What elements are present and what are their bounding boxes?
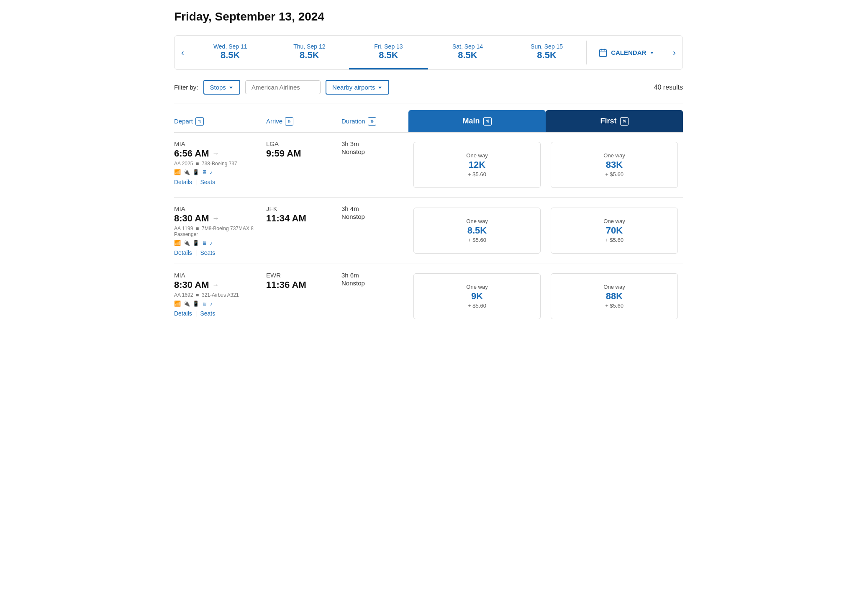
arrive-time-1: 11:34 AM: [266, 213, 341, 224]
main-price-card-1[interactable]: One way 8.5K + $5.60: [413, 208, 541, 254]
flight-number-1: AA 1199 ■ 7M8-Boeing 737MAX 8 Passenger: [174, 226, 266, 237]
plug-icon-0: 🔌: [183, 169, 190, 175]
date-points-0: 8.5K: [221, 50, 240, 61]
arrive-airport-2: EWR: [266, 272, 341, 279]
flight-row-0: MIA 6:56 AM → AA 2025 ■ 738-Boeing 737 📶…: [174, 132, 683, 197]
date-next-button[interactable]: ›: [666, 36, 683, 69]
date-label-2: Fri, Sep 13: [374, 43, 403, 50]
date-label-3: Sat, Sep 14: [452, 43, 483, 50]
first-price-card-1[interactable]: One way 70K + $5.60: [551, 208, 678, 254]
results-count: 40 results: [654, 84, 683, 91]
main-class-header[interactable]: Main ⇅: [408, 110, 546, 132]
first-price-cash-2: + $5.60: [605, 303, 624, 309]
flight-depart-0: MIA 6:56 AM → AA 2025 ■ 738-Boeing 737 📶…: [174, 140, 266, 190]
airports-filter-button[interactable]: Nearby airports: [326, 80, 390, 95]
first-price-col-0: One way 83K + $5.60: [546, 140, 683, 190]
flight-actions-2: Details | Seats: [174, 310, 266, 317]
duration-col-label: Duration: [341, 118, 365, 125]
date-points-2: 8.5K: [379, 50, 398, 61]
details-link-2[interactable]: Details: [174, 310, 192, 317]
first-sort-icon: ⇅: [620, 117, 629, 126]
seats-link-2[interactable]: Seats: [200, 310, 215, 317]
depart-time-2: 8:30 AM →: [174, 280, 266, 290]
main-price-way-1: One way: [466, 218, 488, 224]
airline-filter-input[interactable]: [245, 80, 321, 94]
flight-arrive-0: LGA 9:59 AM: [266, 140, 341, 190]
date-item-2[interactable]: Fri, Sep 13 8.5K: [349, 36, 428, 69]
stops-chevron-icon: [228, 85, 233, 90]
flight-actions-0: Details | Seats: [174, 179, 266, 185]
date-selector: ‹ Wed, Sep 11 8.5K Thu, Sep 12 8.5K Fri,…: [174, 35, 683, 70]
amenities-0: 📶 🔌 📱 🖥 ♪: [174, 169, 266, 175]
date-points-3: 8.5K: [458, 50, 477, 61]
depart-col-label: Depart: [174, 118, 193, 125]
details-link-1[interactable]: Details: [174, 249, 192, 256]
seats-link-1[interactable]: Seats: [200, 249, 215, 256]
date-label-1: Thu, Sep 12: [293, 43, 325, 50]
column-headers: Depart ⇅ Arrive ⇅ Duration ⇅ Main ⇅ Firs: [174, 110, 683, 132]
first-price-points-2: 88K: [606, 291, 623, 302]
first-price-col-2: One way 88K + $5.60: [546, 272, 683, 321]
main-price-card-0[interactable]: One way 12K + $5.60: [413, 142, 541, 188]
details-link-0[interactable]: Details: [174, 179, 192, 185]
stops-filter-button[interactable]: Stops: [203, 80, 240, 95]
main-price-points-1: 8.5K: [467, 225, 487, 236]
main-sort-link[interactable]: Main: [462, 117, 480, 126]
arrive-sort-icon: ⇅: [285, 117, 293, 126]
first-price-col-1: One way 70K + $5.60: [546, 205, 683, 256]
main-price-cash-0: + $5.60: [468, 171, 486, 177]
main-price-way-2: One way: [466, 284, 488, 290]
date-prev-button[interactable]: ‹: [174, 36, 191, 69]
seats-link-0[interactable]: Seats: [200, 179, 215, 185]
date-label-0: Wed, Sep 11: [213, 43, 247, 50]
filter-label: Filter by:: [174, 84, 198, 91]
duration-time-0: 3h 3m: [341, 140, 408, 147]
svg-marker-6: [378, 87, 382, 89]
flight-row-2: MIA 8:30 AM → AA 1692 ■ 321-Airbus A321 …: [174, 264, 683, 329]
first-price-card-0[interactable]: One way 83K + $5.60: [551, 142, 678, 188]
date-items: Wed, Sep 11 8.5K Thu, Sep 12 8.5K Fri, S…: [191, 36, 586, 69]
wifi-icon-2: 📶: [174, 300, 181, 307]
main-price-col-1: One way 8.5K + $5.60: [408, 205, 546, 256]
duration-stops-0: Nonstop: [341, 148, 408, 155]
date-item-3[interactable]: Sat, Sep 14 8.5K: [428, 36, 507, 69]
phone-icon-0: 📱: [192, 169, 199, 175]
duration-sort-button[interactable]: Duration ⇅: [341, 117, 408, 126]
arrow-icon-1: →: [213, 215, 219, 222]
filter-bar: Filter by: Stops Nearby airports 40 resu…: [174, 80, 683, 95]
main-price-cash-1: + $5.60: [468, 237, 486, 243]
calendar-button[interactable]: CALENDAR: [587, 36, 666, 69]
arrive-airport-0: LGA: [266, 140, 341, 147]
first-price-points-0: 83K: [606, 159, 623, 170]
duration-time-2: 3h 6m: [341, 272, 408, 279]
date-item-1[interactable]: Thu, Sep 12 8.5K: [270, 36, 349, 69]
first-price-card-2[interactable]: One way 88K + $5.60: [551, 273, 678, 319]
date-item-0[interactable]: Wed, Sep 11 8.5K: [191, 36, 270, 69]
depart-sort-button[interactable]: Depart ⇅: [174, 117, 266, 126]
flight-arrive-1: JFK 11:34 AM: [266, 205, 341, 256]
calendar-chevron-icon: [649, 50, 654, 55]
duration-sort-icon: ⇅: [368, 117, 376, 126]
arrive-col-label: Arrive: [266, 118, 282, 125]
phone-icon-1: 📱: [192, 240, 199, 246]
date-points-1: 8.5K: [300, 50, 319, 61]
filter-divider: [174, 103, 683, 103]
flight-depart-1: MIA 8:30 AM → AA 1199 ■ 7M8-Boeing 737MA…: [174, 205, 266, 256]
date-item-4[interactable]: Sun, Sep 15 8.5K: [507, 36, 586, 69]
first-price-way-0: One way: [603, 152, 625, 159]
first-sort-link[interactable]: First: [600, 117, 616, 126]
main-price-cash-2: + $5.60: [468, 303, 486, 309]
flight-arrive-2: EWR 11:36 AM: [266, 272, 341, 321]
depart-col-header: Depart ⇅: [174, 117, 266, 126]
duration-col-header: Duration ⇅: [341, 117, 408, 126]
main-price-way-0: One way: [466, 152, 488, 159]
first-class-header[interactable]: First ⇅: [546, 110, 683, 132]
flight-duration-1: 3h 4m Nonstop: [341, 205, 408, 256]
plug-icon-2: 🔌: [183, 300, 190, 307]
music-icon-0: ♪: [210, 169, 213, 175]
duration-time-1: 3h 4m: [341, 205, 408, 212]
main-price-card-2[interactable]: One way 9K + $5.60: [413, 273, 541, 319]
arrive-sort-button[interactable]: Arrive ⇅: [266, 117, 341, 126]
first-price-cash-1: + $5.60: [605, 237, 624, 243]
first-price-cash-0: + $5.60: [605, 171, 624, 177]
